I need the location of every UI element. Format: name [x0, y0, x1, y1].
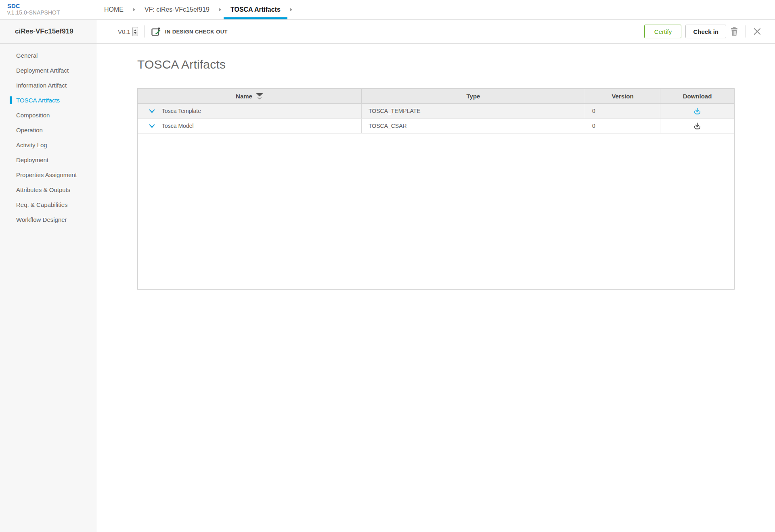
build-version: v.1.15.0-SNAPSHOT: [7, 9, 97, 16]
breadcrumb-item-home[interactable]: HOME: [97, 0, 130, 19]
sidebar-item-workflow-designer[interactable]: Workflow Designer: [0, 212, 97, 227]
logo-text: SDC: [7, 2, 97, 9]
download-button[interactable]: [693, 107, 702, 115]
breadcrumb-item-vf[interactable]: VF: ciRes-VFc15ef919: [138, 0, 216, 19]
table-header-row: Name Type Version Download: [138, 89, 734, 104]
expand-row-button[interactable]: [148, 107, 156, 115]
sidebar-item-properties-assignment[interactable]: Properties Assignment: [0, 167, 97, 182]
artifact-version-cell: 0: [585, 104, 660, 118]
artifacts-table: Name Type Version Download: [137, 88, 735, 290]
column-header-type[interactable]: Type: [361, 89, 585, 103]
breadcrumb-arrow-icon: [216, 0, 224, 19]
artifact-type-cell: TOSCA_CSAR: [361, 119, 585, 133]
divider: [144, 25, 145, 38]
chevron-down-icon: [148, 107, 156, 115]
artifact-name-cell: Tosca Model: [138, 119, 361, 133]
artifact-download-cell: [660, 104, 734, 118]
workspace-header: V0.1 IN DESIGN CHECK OUT Certify: [97, 20, 775, 44]
resource-name: ciRes-VFc15ef919: [0, 20, 97, 44]
sidebar-item-composition[interactable]: Composition: [0, 108, 97, 123]
spinner-up-icon: [134, 29, 136, 31]
artifact-version-cell: 0: [585, 119, 660, 133]
download-icon: [693, 107, 702, 115]
content-area: V0.1 IN DESIGN CHECK OUT Certify: [97, 20, 775, 532]
delete-button[interactable]: [726, 25, 742, 38]
sidebar-item-attributes-outputs[interactable]: Attributes & Outputs: [0, 182, 97, 197]
column-header-version[interactable]: Version: [585, 89, 660, 103]
breadcrumb-item-tosca-artifacts[interactable]: TOSCA Artifacts: [224, 0, 287, 19]
sidebar-item-activity-log[interactable]: Activity Log: [0, 138, 97, 152]
table-row: Tosca Model TOSCA_CSAR 0: [138, 119, 734, 134]
sidebar-menu: General Deployment Artifact Information …: [0, 44, 97, 227]
artifact-name: Tosca Template: [162, 108, 201, 114]
sidebar-item-req-capabilities[interactable]: Req. & Capabilities: [0, 197, 97, 212]
close-icon: [753, 27, 761, 35]
artifact-name-cell: Tosca Template: [138, 104, 361, 118]
sidebar: ciRes-VFc15ef919 General Deployment Arti…: [0, 20, 97, 532]
close-button[interactable]: [749, 25, 765, 38]
version-label: V0.1: [118, 28, 130, 35]
sdc-logo: SDC v.1.15.0-SNAPSHOT: [0, 0, 97, 19]
sidebar-item-tosca-artifacts[interactable]: TOSCA Artifacts: [0, 93, 97, 108]
sidebar-item-operation[interactable]: Operation: [0, 123, 97, 138]
sort-filter-icon[interactable]: [256, 93, 263, 100]
artifact-download-cell: [660, 119, 734, 133]
download-icon: [693, 122, 702, 130]
version-spinner[interactable]: [132, 27, 138, 36]
download-button[interactable]: [693, 122, 702, 130]
table-row: Tosca Template TOSCA_TEMPLATE 0: [138, 104, 734, 119]
checkout-pencil-icon: [151, 26, 161, 37]
expand-row-button[interactable]: [148, 122, 156, 130]
checkin-button[interactable]: Check in: [685, 25, 726, 38]
breadcrumb-arrow-icon: [130, 0, 138, 19]
chevron-down-icon: [148, 122, 156, 130]
sidebar-item-deployment-artifact[interactable]: Deployment Artifact: [0, 63, 97, 78]
page-title: TOSCA Artifacts: [137, 58, 775, 71]
lifecycle-status: IN DESIGN CHECK OUT: [165, 29, 228, 35]
artifact-type-cell: TOSCA_TEMPLATE: [361, 104, 585, 118]
top-bar: SDC v.1.15.0-SNAPSHOT HOME VF: ciRes-VFc…: [0, 0, 775, 20]
page-body: TOSCA Artifacts Name Type Versio: [97, 44, 775, 290]
sidebar-item-information-artifact[interactable]: Information Artifact: [0, 78, 97, 93]
divider: [746, 25, 746, 38]
breadcrumb-arrow-icon: [287, 0, 295, 19]
column-header-download[interactable]: Download: [660, 89, 734, 103]
column-header-name[interactable]: Name: [138, 89, 361, 103]
breadcrumb: HOME VF: ciRes-VFc15ef919 TOSCA Artifact…: [97, 0, 295, 19]
sidebar-item-deployment[interactable]: Deployment: [0, 152, 97, 167]
certify-button[interactable]: Certify: [644, 25, 681, 38]
spinner-down-icon: [134, 32, 136, 34]
artifact-name: Tosca Model: [162, 123, 194, 129]
trash-icon: [729, 26, 739, 37]
sidebar-item-general[interactable]: General: [0, 48, 97, 63]
